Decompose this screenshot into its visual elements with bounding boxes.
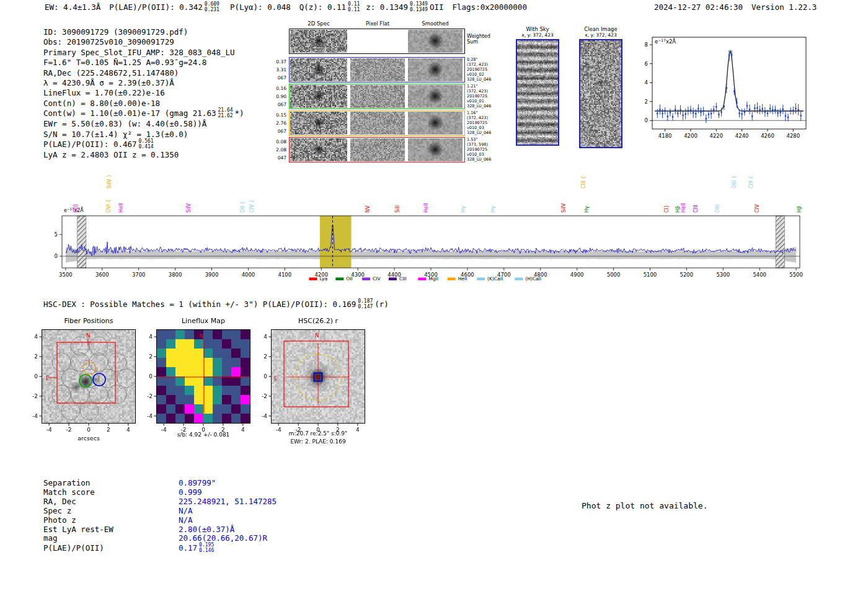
info-plae-lo: 0.414: [139, 144, 154, 150]
table-row: Separation0.89799": [43, 479, 277, 488]
header-stats-line: EW: 4.4±1.3ÅP(LAE)/P(OII): 0.3420.6090.2…: [45, 2, 527, 13]
emission-line-label: CIII {: [748, 176, 754, 189]
version-label: Version 1.22.3: [751, 2, 817, 12]
cutout-right-label: WeightedSum: [467, 33, 507, 45]
svg-text:(K)CaII: (K)CaII: [487, 276, 503, 282]
error-band: [66, 247, 796, 262]
z-lo: 0.1349: [410, 7, 428, 13]
svg-text:5000: 5000: [607, 272, 621, 278]
svg-text:4100: 4100: [278, 272, 292, 278]
detection-highlight-band: [320, 216, 352, 268]
legend-swatch: [389, 278, 397, 281]
svg-text:6: 6: [645, 61, 648, 67]
svg-text:4200: 4200: [684, 133, 698, 139]
zoom-spectrum-chart: 41804200422042404260428002468e−17x2Å: [634, 30, 820, 144]
masked-region: [776, 216, 784, 268]
svg-text:5400: 5400: [753, 272, 766, 278]
zoom-ylabel: e−17x2Å: [655, 38, 676, 45]
svg-text:5: 5: [55, 231, 58, 238]
table-row: Spec zN/A: [43, 507, 277, 516]
gmag-range: 21.6421.62: [218, 108, 232, 118]
svg-text:4: 4: [645, 79, 648, 86]
ew-stat: EW: 4.4±1.3Å: [45, 2, 100, 12]
match-table: Separation0.89799" Match score0.999 RA, …: [43, 479, 277, 554]
table-row: Match score0.999: [43, 488, 277, 497]
legend-swatch: [418, 278, 426, 281]
with-sky-coords: x, y: 372, 423: [513, 32, 562, 38]
hsc-plae-lo: 0.147: [358, 304, 373, 310]
emission-line-label: OII {: [240, 201, 246, 213]
emission-line-label: NV: [365, 205, 371, 213]
svg-text:4: 4: [126, 427, 130, 433]
timestamp: 2024-12-27 02:46:30: [654, 2, 743, 12]
masked-region: [78, 216, 86, 268]
svg-text:CIV: CIV: [373, 276, 381, 282]
z-range: 0.13490.1349: [410, 2, 428, 12]
emission-line-label: CIII: [693, 205, 699, 213]
info-plae-range: 0.5610.414: [139, 139, 154, 149]
full-spectrum-chart: 3500360037003800390040004100420043004400…: [37, 171, 834, 295]
svg-text:5500: 5500: [789, 272, 803, 278]
svg-text:3500: 3500: [59, 272, 73, 278]
emission-line-label: OVI {: [106, 199, 112, 213]
plae-poii-stat: P(LAE)/P(OII): 0.342: [109, 2, 203, 12]
row-label-separation: Separation: [43, 479, 179, 488]
hsc-cutout-panel: HSC(26.2) r NE -4-4-2-2002244 m:20.7 re:…: [254, 314, 388, 460]
qz-lo: 0.11: [348, 7, 360, 13]
svg-text:4180: 4180: [658, 133, 672, 139]
info-cont-n: Cont(n) = 8.80(±0.00)e-18: [43, 99, 244, 109]
emission-line-label: Hβ: [675, 206, 681, 213]
svg-text:0: 0: [55, 253, 58, 259]
cutout-left-label: 0.152.76067: [260, 111, 286, 135]
legend-swatch: [477, 278, 485, 281]
table-row: Est LyA rest-EW2.80(±0.37)Å: [43, 525, 277, 535]
svg-text:4280: 4280: [787, 133, 800, 139]
svg-text:4300: 4300: [351, 272, 365, 278]
svg-text:5200: 5200: [680, 272, 694, 278]
svg-text:4220: 4220: [710, 133, 724, 139]
svg-text:5100: 5100: [644, 272, 657, 278]
emission-line-label: CIV: [755, 204, 760, 213]
plae-value-range: 0.1950.146: [199, 543, 214, 553]
row-value-mag: 20.66(20.66,20.67)R: [179, 533, 267, 543]
row-label-mag: mag: [43, 534, 179, 543]
svg-text:0: 0: [34, 373, 38, 380]
lineflux-sb-label: s/b: 4.92 +/- 0.081: [144, 432, 262, 438]
emission-line-label: CIV {: [249, 200, 255, 213]
emission-line-label: Hγ: [584, 206, 590, 213]
hsc-dex-band: (r): [374, 300, 389, 309]
svg-text:OII: OII: [346, 276, 352, 282]
clean-image: [579, 39, 622, 148]
row-label-est-ew: Est LyA rest-EW: [43, 525, 179, 535]
svg-text:0: 0: [264, 373, 267, 380]
svg-text:-2: -2: [66, 427, 72, 433]
col-header-smoothed: Smoothed: [408, 20, 463, 27]
emission-line-label: SiIV: [561, 203, 567, 213]
emission-line-label: CII]: [73, 205, 79, 213]
legend-swatch: [362, 278, 370, 281]
emission-line-label: OIII: [715, 205, 720, 213]
hsc-dex-line: HSC-DEX : Possible Matches = 1 (within +…: [43, 300, 389, 310]
svg-text:Lyα: Lyα: [320, 276, 328, 282]
smoothed-cutout-row1: [408, 58, 463, 81]
spec2d-cutout-row1: [290, 58, 347, 81]
legend-swatch: [309, 278, 317, 281]
info-cont-w-text: Cont(w) = 1.10(±0.01)e-17 (gmag 21.63: [43, 109, 216, 118]
svg-text:3700: 3700: [132, 272, 146, 278]
pixelflat-cutout-row3: [350, 112, 405, 135]
info-plae-poii: P(LAE)/P(OII): 0.4670.5610.414: [43, 140, 244, 150]
plae-value-lo: 0.146: [199, 548, 214, 554]
svg-text:(H)CaII: (H)CaII: [525, 276, 541, 282]
row-label-radec: RA, Dec: [43, 497, 179, 507]
svg-text:0: 0: [87, 427, 91, 433]
svg-text:2: 2: [107, 427, 110, 433]
info-cont-w: Cont(w) = 1.10(±0.01)e-17 (gmag 21.6321.…: [43, 109, 244, 119]
flags-stat: Flags:0x20000000: [453, 2, 527, 12]
cutout-right-label: 1.53"(373, 598)20190725v010_03328_LU_066: [467, 137, 507, 162]
col-header-pixelflat: Pixel Flat: [350, 20, 405, 27]
hsc-dex-text: HSC-DEX : Possible Matches = 1 (within +…: [43, 300, 356, 309]
z-type: OII: [430, 2, 444, 12]
emission-line-label: CI]: [664, 206, 670, 213]
col-header-2dspec: 2D Spec: [290, 20, 347, 27]
row-label-plae-poii: P(LAE)/P(OII): [43, 544, 179, 553]
